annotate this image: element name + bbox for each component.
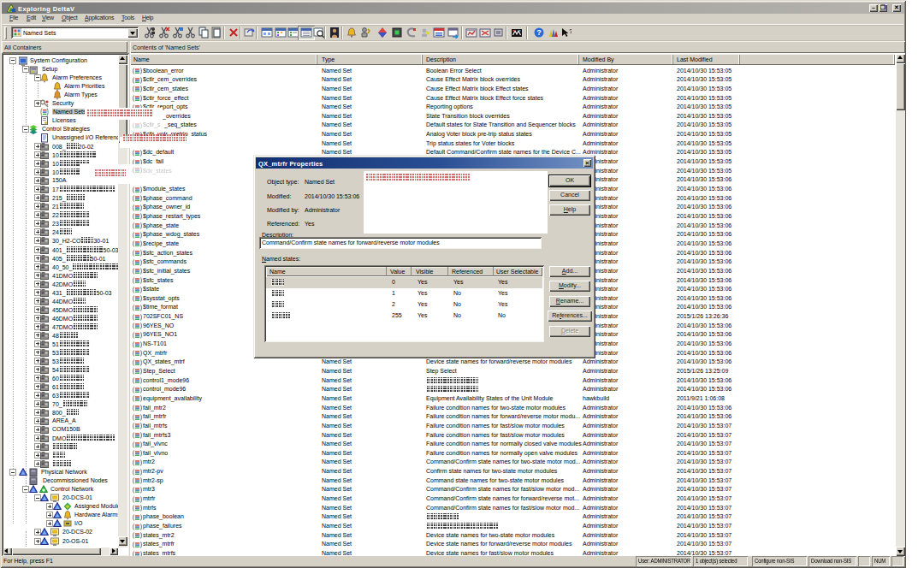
svg-text:?: ? (536, 28, 542, 37)
svg-text:?: ? (569, 27, 572, 35)
